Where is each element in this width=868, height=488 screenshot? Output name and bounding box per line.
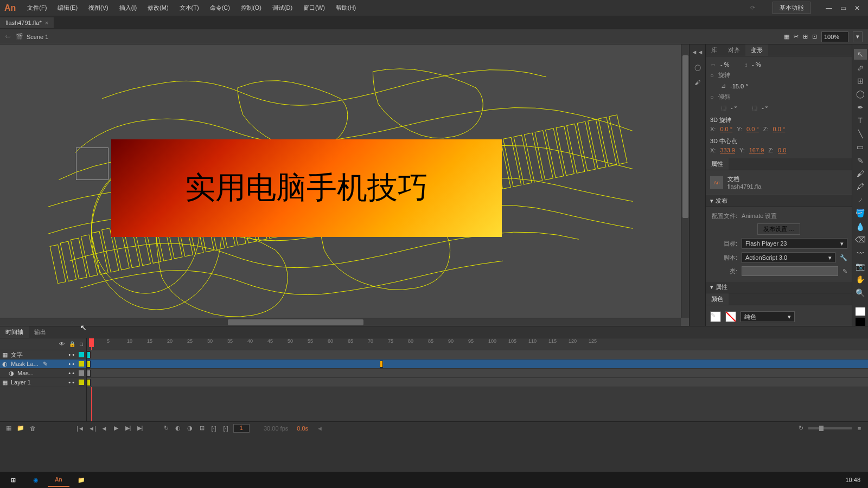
onion-outline-button[interactable]: ◑ (186, 424, 194, 433)
center3d-x[interactable]: 333.9 (720, 147, 735, 153)
timeline-menu-button[interactable]: ≡ (855, 424, 864, 433)
text-tool[interactable]: T (854, 115, 867, 126)
rot3d-z[interactable]: 0.0 ° (773, 126, 785, 132)
layer-1[interactable]: ▦Layer 1• • (0, 378, 86, 387)
scroll-thumb-h[interactable] (228, 319, 363, 325)
tab-align[interactable]: 对齐 (723, 44, 745, 56)
layer-mask[interactable]: ◐Mask La...✎• • (0, 359, 86, 369)
menu-text[interactable]: 文本(T) (176, 2, 202, 14)
stroke-color-icon[interactable]: ✎ (710, 311, 721, 322)
menu-help[interactable]: 帮助(H) (333, 2, 359, 14)
new-layer-button[interactable]: ▦ (4, 424, 13, 433)
edit-multiple-button[interactable]: ⊞ (197, 424, 206, 433)
edge-taskbar-icon[interactable]: ◉ (25, 473, 47, 487)
free-transform-tool[interactable]: ⊞ (854, 75, 867, 86)
pen-tool[interactable]: ✒ (854, 102, 867, 113)
menu-edit[interactable]: 编辑(E) (54, 2, 81, 14)
menu-insert[interactable]: 插入(I) (116, 2, 140, 14)
frame-row-2[interactable] (87, 359, 868, 369)
center-icon[interactable]: ⊡ (812, 33, 817, 40)
grid-icon[interactable]: ⊞ (803, 33, 808, 40)
zoom-input[interactable] (821, 31, 848, 42)
sync-icon[interactable]: ⟳ (750, 4, 755, 11)
tab-close-icon[interactable]: × (45, 20, 48, 26)
dock-cc-icon[interactable]: ◯ (692, 62, 703, 73)
last-frame-button[interactable]: ▶| (136, 424, 144, 433)
bone-tool[interactable]: ⟋ (854, 195, 867, 206)
fill-color[interactable] (856, 318, 865, 326)
menu-view[interactable]: 视图(V) (85, 2, 112, 14)
document-tab[interactable]: flash4791.fla* × (0, 17, 54, 28)
script-dropdown[interactable]: ActionScript 3.0▾ (742, 252, 835, 263)
dock-expand-icon[interactable]: ◄◄ (692, 47, 703, 57)
menu-modify[interactable]: 修改(M) (144, 2, 172, 14)
layer-masked[interactable]: ◑Mas...• • (0, 369, 86, 378)
start-button[interactable]: ⊞ (2, 473, 24, 487)
tab-color[interactable]: 颜色 (706, 293, 729, 305)
pencil-icon[interactable]: ✎ (843, 268, 847, 275)
wrench-icon[interactable]: 🔧 (840, 254, 847, 261)
close-button[interactable]: ✕ (851, 3, 864, 13)
maximize-button[interactable]: ▭ (837, 3, 850, 13)
tab-output[interactable]: 输出 (29, 326, 52, 338)
minimize-button[interactable]: — (822, 3, 835, 13)
zoom-dropdown[interactable]: ▾ (853, 31, 863, 42)
prev-frame-button[interactable]: ◄| (88, 424, 97, 433)
color-type-dropdown[interactable]: 纯色▾ (741, 311, 795, 322)
zoom-tool[interactable]: 🔍 (854, 287, 867, 298)
tab-timeline[interactable]: 时间轴 (0, 326, 29, 338)
target-dropdown[interactable]: Flash Player 23▾ (742, 238, 847, 249)
onion-skin-button[interactable]: ◐ (174, 424, 182, 433)
hand-tool[interactable]: ✋ (854, 274, 867, 285)
paint-brush-tool[interactable]: 🖍 (854, 181, 867, 192)
tab-transform[interactable]: 变形 (745, 44, 768, 56)
class-input[interactable] (742, 266, 838, 276)
eraser-tool[interactable]: ⌫ (854, 234, 867, 245)
lasso-tool[interactable]: ◯ (854, 88, 867, 99)
loop-button[interactable]: ↻ (162, 424, 170, 433)
delete-layer-button[interactable]: 🗑 (28, 424, 37, 433)
tab-library[interactable]: 库 (706, 44, 723, 56)
dock-brush-icon[interactable]: 🖌 (692, 77, 703, 88)
gradient-banner[interactable]: 实用电脑手机技巧 (111, 139, 502, 237)
skew-radio[interactable]: ○ (710, 94, 714, 100)
camera-tool[interactable]: 📷 (854, 261, 867, 272)
frame-ruler[interactable]: 1510152025303540455055606570758085909510… (87, 338, 868, 350)
lock-icon[interactable]: 🔒 (69, 341, 75, 347)
marker-button[interactable]: [·] (209, 424, 218, 433)
center3d-z[interactable]: 0.0 (778, 147, 786, 153)
stage-icon[interactable]: ▦ (784, 33, 789, 40)
menu-debug[interactable]: 调试(D) (269, 2, 296, 14)
keyframe[interactable] (87, 351, 91, 358)
stage-scrollbar-vertical[interactable] (681, 44, 689, 318)
frame-row-1[interactable] (87, 350, 868, 359)
menu-commands[interactable]: 命令(C) (207, 2, 233, 14)
width-tool[interactable]: 〰 (854, 247, 867, 258)
taskbar-clock[interactable]: 10:48 (840, 477, 866, 483)
menu-control[interactable]: 控制(O) (238, 2, 265, 14)
frame-row-4[interactable] (87, 378, 868, 387)
clip-icon[interactable]: ✂ (794, 33, 799, 40)
play-button[interactable]: ▶ (112, 424, 120, 433)
stage-canvas[interactable]: 实用电脑手机技巧 (0, 44, 681, 318)
marker2-button[interactable]: [·] (221, 424, 230, 433)
publish-section-header[interactable]: ▾发布 (706, 195, 852, 207)
keyframe[interactable] (87, 370, 91, 377)
frames-area[interactable]: 1510152025303540455055606570758085909510… (87, 338, 868, 421)
center-frame-button[interactable]: ↻ (796, 424, 805, 433)
keyframe[interactable] (87, 361, 91, 368)
menu-window[interactable]: 窗口(W) (300, 2, 328, 14)
layer-text[interactable]: ▦文字• • (0, 350, 86, 359)
outline-icon[interactable]: □ (80, 341, 83, 347)
menu-file[interactable]: 文件(F) (24, 2, 50, 14)
selection-tool[interactable]: ↖ (854, 49, 867, 60)
eyedropper-tool[interactable]: 💧 (854, 221, 867, 232)
workspace-selector[interactable]: 基本功能 (773, 2, 810, 14)
props-section-header[interactable]: ▾属性 (706, 281, 852, 293)
rot3d-x[interactable]: 0.0 ° (720, 126, 732, 132)
next-button[interactable]: ▶| (124, 424, 132, 433)
stroke-color[interactable] (856, 307, 865, 316)
pencil-tool[interactable]: ✎ (854, 155, 867, 165)
stage-scrollbar-horizontal[interactable] (0, 318, 681, 326)
new-folder-button[interactable]: 📁 (16, 424, 25, 433)
